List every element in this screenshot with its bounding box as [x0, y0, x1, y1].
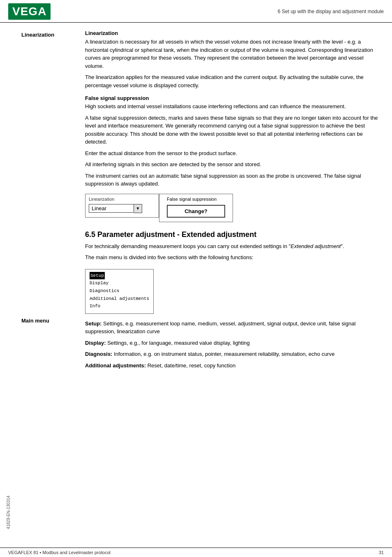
linearization-select-field[interactable]: Linear [89, 204, 134, 213]
diagnosis-description: Diagnosis: Information, e.g. on instrume… [85, 350, 380, 358]
linearization-p2: The linearization applies for the measur… [85, 73, 380, 89]
main-menu-p1: The main menu is divided into five secti… [85, 253, 380, 262]
left-sidebar: Linearization Main menu [13, 23, 77, 548]
false-signal-p4: All interfering signals in this section … [85, 160, 380, 169]
false-signal-p5: The instrument carries out an automatic … [85, 172, 380, 188]
content-area: Linearization A linearization is necessa… [77, 23, 392, 548]
dropdown-arrow-icon[interactable]: ▼ [134, 204, 142, 213]
page-wrapper: VEGA 6 Set up with the display and adjus… [0, 0, 392, 557]
logo-area: VEGA [8, 3, 51, 20]
diagnosis-text: Information, e.g. on instrument status, … [112, 351, 334, 357]
display-text: Settings, e.g., for language, measured v… [106, 340, 250, 346]
menu-item-diagnostics[interactable]: Diagnostics [90, 287, 149, 295]
setup-bold: Setup: [85, 320, 101, 327]
diagnosis-bold: Diagnosis: [85, 351, 112, 357]
false-signal-heading: False signal suppression [85, 95, 380, 101]
section-65-p1-text: For technically demanding measurement lo… [85, 243, 291, 249]
linearization-p1: A linearization is necessary for all ves… [85, 38, 380, 70]
false-signal-widget-label: False signal suppression [167, 197, 225, 202]
menu-item-additional[interactable]: Additional adjustments [90, 295, 149, 303]
widget-row: Linearization Linear ▼ False signal supp… [85, 194, 380, 222]
section-65-p1: For technically demanding measurement lo… [85, 242, 380, 251]
linearization-widget-label: Linearization [89, 197, 155, 202]
outer-main: 41828-EN-130314 Linearization Main menu … [0, 23, 392, 548]
footer-page-number: 31 [379, 550, 384, 555]
top-header: VEGA 6 Set up with the display and adjus… [0, 0, 392, 23]
section-65-p1-italic: Extended adjustment [291, 243, 341, 249]
additional-description: Additional adjustments: Reset, date/time… [85, 362, 380, 370]
false-signal-p3: Enter the actual distance from the senso… [85, 149, 380, 158]
change-button[interactable]: Change? [167, 205, 225, 218]
sidebar-linearization-label: Linearization [21, 32, 54, 38]
display-bold: Display: [85, 340, 106, 346]
menu-item-setup[interactable]: Setup [90, 272, 105, 280]
linearization-select-row: Linear ▼ [89, 204, 155, 213]
vega-logo: VEGA [8, 3, 51, 20]
section-65-heading: 6.5 Parameter adjustment - Extended adju… [85, 230, 380, 239]
setup-text: Settings, e.g. measurement loop name, me… [85, 320, 355, 335]
menu-item-info[interactable]: Info [90, 302, 149, 310]
footer-left: VEGAFLEX 81 • Modbus and Levelmaster pro… [8, 550, 111, 555]
display-description: Display: Settings, e.g., for language, m… [85, 339, 380, 347]
additional-text: Reset, date/time, reset, copy function [146, 362, 235, 369]
rotated-label: 41828-EN-130314 [6, 496, 11, 529]
false-signal-p2: A false signal suppression detects, mark… [85, 114, 380, 146]
false-signal-p1: High sockets and internal vessel install… [85, 102, 380, 111]
linearization-widget-box: Linearization Linear ▼ [85, 194, 159, 218]
false-signal-widget-box: False signal suppression Change? [159, 194, 233, 222]
menu-item-display[interactable]: Display [90, 279, 149, 287]
menu-box: Setup Display Diagnostics Additional adj… [85, 269, 154, 314]
section-65-p1-end: ". [341, 243, 344, 249]
linearization-heading: Linearization [85, 30, 380, 36]
setup-description: Setup: Settings, e.g. measurement loop n… [85, 320, 380, 336]
header-section-title: 6 Set up with the display and adjustment… [278, 9, 384, 14]
bottom-bar: VEGAFLEX 81 • Modbus and Levelmaster pro… [0, 548, 392, 557]
rotated-label-container: 41828-EN-130314 [0, 23, 13, 548]
sidebar-main-menu-label: Main menu [21, 318, 49, 324]
additional-bold: Additional adjustments: [85, 362, 146, 369]
